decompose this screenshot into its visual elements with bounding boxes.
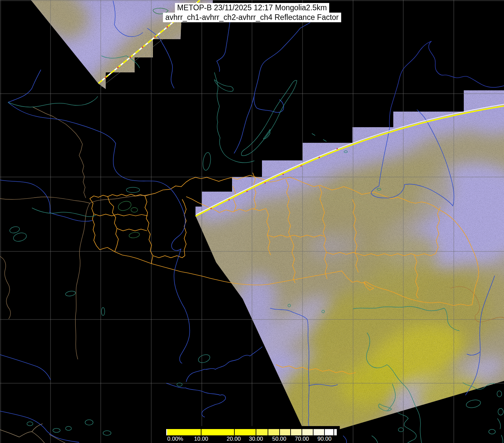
colorbar-segment <box>201 429 234 435</box>
colorbar-divider <box>256 429 256 435</box>
title-line-2: avhrr_ch1-avhrr_ch2-avhrr_ch4 Reflectanc… <box>163 13 341 22</box>
colorbar-segment <box>280 429 291 435</box>
colorbar-segment <box>268 429 280 435</box>
colorbar-segment <box>302 429 313 435</box>
colorbar-label: 70.00 <box>295 436 309 442</box>
colorbar-divider <box>279 429 280 435</box>
colorbar-divider <box>268 429 268 435</box>
colorbar-divider <box>333 429 334 435</box>
colorbar-divider <box>313 429 314 435</box>
colorbar-segment <box>324 429 334 435</box>
map-canvas <box>0 0 504 443</box>
colorbar-segment <box>167 429 201 435</box>
title-line-1: METOP-B 23/11/2025 12:17 Mongolia2.5km <box>175 3 329 13</box>
colorbar-divider <box>302 429 302 435</box>
colorbar-segment <box>291 429 302 435</box>
colorbar-label: 90.00 <box>317 436 332 442</box>
colorbar-label: 0.00% <box>167 436 183 442</box>
colorbar-divider <box>324 429 325 435</box>
colorbar-segment <box>334 429 337 435</box>
colorbar-divider <box>201 429 201 435</box>
colorbar-divider <box>234 429 235 435</box>
colorbar-segment <box>234 429 256 435</box>
colorbar-segment <box>256 429 268 435</box>
colorbar-divider <box>290 429 291 435</box>
colorbar-label: 10.00 <box>194 436 208 442</box>
colorbar: 0.00% 10.00 20.00 30.00 50.00 70.00 90.0… <box>165 426 340 443</box>
satellite-quicklook: METOP-B 23/11/2025 12:17 Mongolia2.5km a… <box>0 0 504 443</box>
colorbar-label: 30.00 <box>249 436 263 442</box>
colorbar-left-edge <box>166 429 167 435</box>
title-block: METOP-B 23/11/2025 12:17 Mongolia2.5km a… <box>163 3 341 22</box>
colorbar-label: 20.00 <box>227 436 241 442</box>
colorbar-bar <box>167 429 337 435</box>
colorbar-label: 50.00 <box>272 436 287 442</box>
colorbar-segment <box>313 429 324 435</box>
